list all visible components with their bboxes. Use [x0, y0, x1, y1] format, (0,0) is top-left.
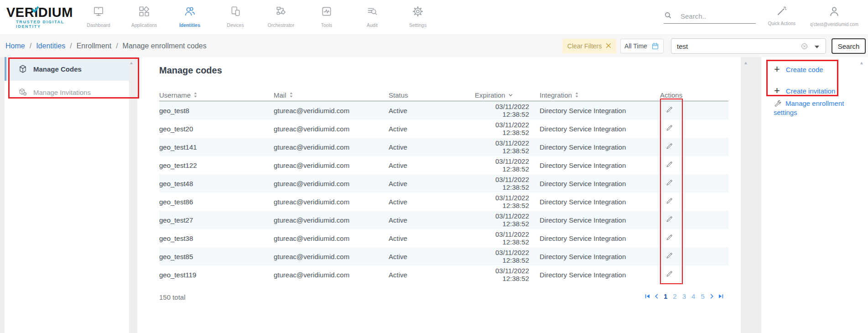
- brand-name: VERIDIUM: [6, 5, 79, 19]
- search-button[interactable]: Search: [832, 38, 866, 54]
- cell-mail: gtureac@veridiumid.com: [274, 271, 389, 279]
- cell-mail: gtureac@veridiumid.com: [274, 180, 389, 187]
- nav-item-orchestrator[interactable]: Orchestrator: [258, 0, 304, 35]
- table-row: geo_test85gtureac@veridiumid.comActive03…: [159, 247, 728, 265]
- action-label: Create invitation: [786, 87, 835, 95]
- page-number-4[interactable]: 4: [691, 292, 696, 300]
- breadcrumb-item-identities[interactable]: Identities: [36, 42, 65, 50]
- sort-both-icon: [575, 92, 579, 98]
- page-number-1[interactable]: 1: [663, 292, 668, 300]
- cell-integration: Directory Service Integration: [540, 253, 660, 260]
- table-row: geo_test48gtureac@veridiumid.comActive03…: [159, 174, 728, 193]
- cell-expiration: 03/11/2022 12:38:52: [475, 103, 540, 118]
- right-panel: +Create code+Create invitation Manage en…: [761, 57, 868, 333]
- create-code-link[interactable]: +Create code: [774, 65, 823, 74]
- cell-status: Active: [389, 161, 475, 169]
- brand-tagline: TRUSTED DIGITAL IDENTITY: [6, 20, 79, 29]
- user-menu[interactable]: q'ctest@veridiumid.com: [801, 5, 868, 27]
- calendar-icon: [651, 42, 660, 51]
- page-number-3[interactable]: 3: [681, 292, 687, 300]
- date-range-label: All Time: [624, 42, 647, 50]
- scroll-up-arrow[interactable]: ▲: [859, 60, 864, 65]
- edit-pencil-icon[interactable]: [665, 197, 673, 205]
- edit-pencil-icon[interactable]: [665, 234, 673, 241]
- cell-expiration: 03/11/2022 12:38:52: [475, 212, 540, 228]
- cell-expiration: 03/11/2022 12:38:52: [475, 176, 540, 191]
- clear-filters-button[interactable]: Clear Filters: [562, 39, 616, 53]
- cell-integration: Directory Service Integration: [540, 161, 660, 169]
- cell-username: geo_test119: [159, 271, 274, 279]
- edit-pencil-icon[interactable]: [665, 124, 673, 132]
- brand-logo[interactable]: VERIDIUM TRUSTED DIGITAL IDENTITY: [6, 5, 79, 29]
- tools-icon: [321, 5, 333, 19]
- breadcrumb-separator: /: [70, 42, 72, 50]
- page-number-2[interactable]: 2: [672, 292, 677, 300]
- cell-expiration: 03/11/2022 12:38:52: [475, 157, 540, 173]
- page-number-5[interactable]: 5: [700, 292, 705, 300]
- nav-item-settings[interactable]: Settings: [395, 0, 441, 35]
- first-page-button[interactable]: [645, 293, 650, 299]
- prev-page-button[interactable]: [654, 293, 660, 299]
- edit-pencil-icon[interactable]: [665, 142, 673, 150]
- column-label: Status: [389, 91, 408, 99]
- magic-wand-icon: [776, 5, 787, 18]
- nav-item-devices[interactable]: Devices: [213, 0, 258, 35]
- cell-expiration: 03/11/2022 12:38:52: [475, 194, 540, 209]
- edit-pencil-icon[interactable]: [665, 161, 673, 168]
- top-bar: VERIDIUM TRUSTED DIGITAL IDENTITY Dashbo…: [0, 0, 868, 35]
- cell-expiration: 03/11/2022 12:38:52: [475, 139, 540, 155]
- cell-username: geo_test48: [159, 180, 274, 187]
- cell-mail: gtureac@veridiumid.com: [274, 253, 389, 260]
- sidebar-item-manage-invitations[interactable]: Manage Invitations: [5, 83, 129, 101]
- edit-pencil-icon[interactable]: [665, 270, 673, 278]
- last-page-button[interactable]: [718, 293, 724, 299]
- edit-pencil-icon[interactable]: [665, 252, 673, 260]
- nav-label: Applications: [131, 22, 157, 28]
- manage-enrollment-settings-link[interactable]: Manage enrollment settings: [774, 98, 849, 117]
- nav-item-audit[interactable]: Audit: [349, 0, 395, 35]
- global-search-input[interactable]: [681, 12, 749, 20]
- cell-integration: Directory Service Integration: [540, 180, 660, 187]
- clear-input-icon[interactable]: [800, 42, 808, 50]
- nav-item-dashboard[interactable]: Dashboard: [76, 0, 121, 35]
- cell-status: Active: [389, 107, 475, 114]
- sidebar-item-manage-codes[interactable]: Manage Codes: [5, 57, 129, 81]
- chevron-down-icon[interactable]: [815, 46, 819, 48]
- edit-pencil-icon[interactable]: [665, 215, 673, 223]
- cell-expiration: 03/11/2022 12:38:52: [475, 267, 540, 282]
- breadcrumb-separator: /: [30, 42, 31, 50]
- cell-integration: Directory Service Integration: [540, 125, 660, 133]
- table-row: geo_test20gtureac@veridiumid.comActive03…: [159, 120, 728, 138]
- identities-icon: [184, 5, 196, 19]
- nav-item-tools[interactable]: Tools: [304, 0, 349, 35]
- plus-icon: +: [774, 65, 780, 74]
- edit-pencil-icon[interactable]: [665, 179, 673, 187]
- cell-status: Active: [389, 234, 475, 242]
- nav-item-applications[interactable]: Applications: [121, 0, 167, 35]
- column-label: Mail: [274, 91, 286, 99]
- column-header-username[interactable]: Username: [159, 91, 274, 99]
- create-invitation-link[interactable]: +Create invitation: [774, 86, 835, 95]
- date-range-filter[interactable]: All Time: [620, 39, 664, 53]
- column-header-integration[interactable]: Integration: [540, 91, 660, 99]
- scroll-up-arrow[interactable]: ▲: [743, 60, 748, 65]
- next-page-button[interactable]: [709, 293, 715, 299]
- cell-integration: Directory Service Integration: [540, 143, 660, 151]
- plus-icon: +: [774, 86, 780, 95]
- cube-icon: [18, 64, 27, 73]
- breadcrumb-item-home[interactable]: Home: [5, 42, 25, 50]
- edit-pencil-icon[interactable]: [665, 106, 673, 114]
- column-header-expiration[interactable]: Expiration: [475, 91, 540, 99]
- column-header-mail[interactable]: Mail: [274, 91, 389, 99]
- quick-actions-button[interactable]: Quick Actions: [767, 5, 796, 26]
- column-header-actions: Actions: [660, 91, 728, 99]
- cell-mail: gtureac@veridiumid.com: [274, 143, 389, 151]
- nav-item-identities[interactable]: Identities: [167, 0, 213, 35]
- scroll-up-arrow[interactable]: ▲: [129, 60, 134, 65]
- applications-icon: [138, 5, 150, 19]
- nav-label: Settings: [409, 22, 426, 28]
- cell-username: geo_test27: [159, 216, 274, 224]
- wrench-icon: [774, 99, 781, 107]
- cell-username: geo_test8: [159, 107, 274, 114]
- cell-status: Active: [389, 216, 475, 224]
